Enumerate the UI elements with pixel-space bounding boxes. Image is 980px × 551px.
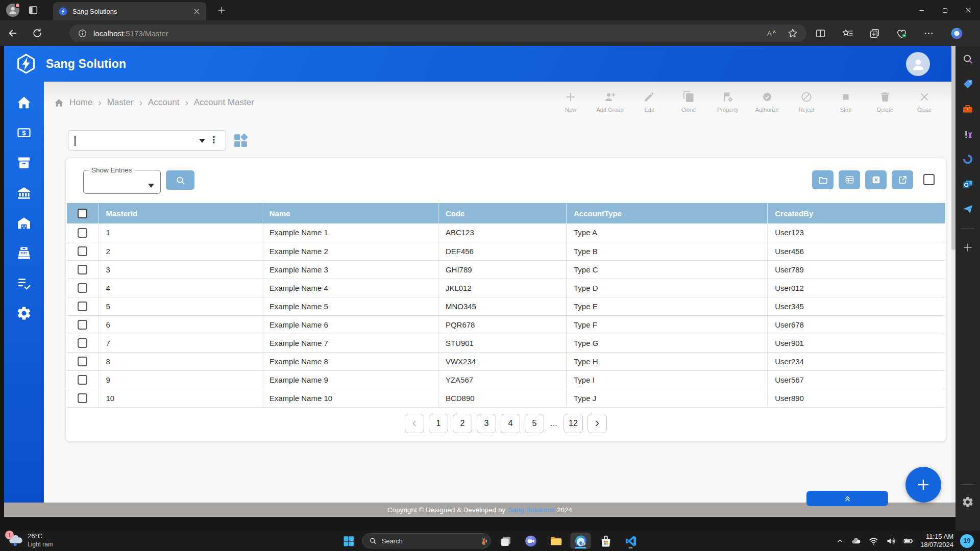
breadcrumb-item[interactable]: › Account Master xyxy=(185,97,254,108)
folder-export-button[interactable] xyxy=(812,170,834,189)
kebab-menu-icon[interactable]: ⋮ xyxy=(209,134,218,145)
minimize-button[interactable] xyxy=(910,0,933,20)
file-explorer-button[interactable] xyxy=(546,533,566,549)
new-button[interactable]: New xyxy=(558,91,583,113)
stop-button[interactable]: Stop xyxy=(833,91,859,113)
column-header[interactable]: Name xyxy=(262,203,438,223)
close-window-button[interactable] xyxy=(957,0,980,20)
sidebar-tools-icon[interactable] xyxy=(962,103,974,115)
excel-export-button[interactable] xyxy=(865,170,887,189)
header-checkbox[interactable] xyxy=(78,209,87,218)
chat-app-button[interactable] xyxy=(521,533,541,549)
volume-icon[interactable] xyxy=(886,536,896,546)
sidebar-games-icon[interactable] xyxy=(962,128,974,140)
nav-approvals[interactable] xyxy=(16,276,32,291)
url-bar[interactable]: localhost:5173/Master A xyxy=(69,24,806,42)
sidebar-drop-icon[interactable] xyxy=(962,203,974,215)
grid-view-icon[interactable] xyxy=(232,132,249,149)
page-button[interactable]: 12 xyxy=(564,414,583,433)
nav-pos[interactable] xyxy=(16,245,32,261)
edge-browser-button[interactable] xyxy=(571,533,591,549)
tab-close-icon[interactable] xyxy=(192,7,201,16)
page-button[interactable]: 2 xyxy=(453,414,472,433)
chevron-down-icon[interactable] xyxy=(199,139,205,143)
next-page-button[interactable] xyxy=(587,414,607,433)
show-entries-select[interactable]: Show Entries xyxy=(83,166,161,194)
column-header[interactable]: AccountType xyxy=(567,203,768,223)
notification-count-badge[interactable]: 19 xyxy=(960,534,974,548)
maximize-button[interactable] xyxy=(933,0,957,20)
copilot-button[interactable] xyxy=(950,27,964,40)
browser-profile-avatar[interactable] xyxy=(6,4,19,17)
onedrive-icon[interactable] xyxy=(851,536,862,546)
column-header[interactable]: CreatedBy xyxy=(768,203,945,223)
microsoft-store-button[interactable] xyxy=(596,533,616,549)
nav-bank[interactable] xyxy=(16,185,32,201)
footer-link[interactable]: Sang Solutions xyxy=(508,506,554,514)
collections-button[interactable] xyxy=(869,28,880,39)
split-screen-button[interactable] xyxy=(815,28,826,39)
row-checkbox[interactable] xyxy=(78,375,87,385)
row-checkbox[interactable] xyxy=(78,265,87,274)
site-info-icon[interactable] xyxy=(78,29,87,38)
table-row[interactable]: 9 Example Name 9 YZA567 Type I User567 xyxy=(67,370,945,389)
previous-page-button[interactable] xyxy=(405,414,424,433)
sidebar-search-icon[interactable] xyxy=(962,53,974,65)
sidebar-outlook-icon[interactable] xyxy=(962,178,974,190)
task-view-button[interactable] xyxy=(496,533,516,549)
table-row[interactable]: 2 Example Name 2 DEF456 Type B User456 xyxy=(67,242,945,260)
nav-billing[interactable]: $ xyxy=(16,125,32,140)
tray-chevron-up-icon[interactable] xyxy=(836,537,844,545)
row-checkbox[interactable] xyxy=(78,393,87,403)
nav-warehouse[interactable] xyxy=(16,215,32,231)
refresh-button[interactable] xyxy=(32,28,43,39)
column-header[interactable]: Code xyxy=(438,203,566,223)
settings-more-button[interactable] xyxy=(923,28,935,39)
table-row[interactable]: 10 Example Name 10 BCD890 Type J User890 xyxy=(67,389,945,407)
row-checkbox[interactable] xyxy=(78,302,87,311)
nav-inventory[interactable] xyxy=(16,155,32,170)
read-aloud-button[interactable]: A xyxy=(766,28,777,39)
delete-button[interactable]: Delete xyxy=(872,91,898,113)
column-header[interactable]: MasterId xyxy=(99,203,262,223)
sidebar-shopping-icon[interactable] xyxy=(962,78,974,90)
page-button[interactable]: 1 xyxy=(429,414,448,433)
table-row[interactable]: 4 Example Name 4 JKL012 Type D User012 xyxy=(67,279,945,297)
nav-home[interactable] xyxy=(16,95,32,110)
row-checkbox[interactable] xyxy=(78,357,87,366)
authorize-button[interactable]: Authorize xyxy=(754,91,780,113)
reject-button[interactable]: Reject xyxy=(794,91,819,113)
row-checkbox[interactable] xyxy=(78,283,87,293)
new-tab-button[interactable] xyxy=(216,5,227,15)
sidebar-add-icon[interactable] xyxy=(962,241,974,254)
row-checkbox[interactable] xyxy=(78,228,87,238)
property-button[interactable]: Property xyxy=(715,91,741,113)
edit-button[interactable]: Edit xyxy=(636,91,662,113)
taskbar-search-box[interactable]: Search xyxy=(362,533,491,548)
table-row[interactable]: 6 Example Name 6 PQR678 Type F User678 xyxy=(67,315,945,334)
add-record-fab[interactable] xyxy=(905,467,941,503)
table-row[interactable]: 5 Example Name 5 MNO345 Type E User345 xyxy=(67,297,945,315)
scrollbar-thumb[interactable] xyxy=(951,46,955,250)
master-search-combobox[interactable]: ⋮ xyxy=(68,130,226,151)
favorites-button[interactable] xyxy=(842,28,853,39)
page-button[interactable]: ... xyxy=(549,414,559,433)
scroll-to-top-button[interactable] xyxy=(806,491,888,506)
row-checkbox[interactable] xyxy=(78,246,87,256)
page-button[interactable]: 5 xyxy=(525,414,544,433)
taskbar-clock[interactable]: 11:15 AM 18/07/2024 xyxy=(920,533,953,549)
row-checkbox[interactable] xyxy=(78,338,87,348)
tab-workspaces-icon[interactable] xyxy=(28,5,39,16)
add-favorite-button[interactable] xyxy=(787,28,798,39)
breadcrumb-item[interactable]: › Master xyxy=(98,97,133,108)
sidebar-microsoft365-icon[interactable] xyxy=(962,153,974,165)
battery-icon[interactable] xyxy=(903,536,914,546)
table-row[interactable]: 1 Example Name 1 ABC123 Type A User123 xyxy=(67,223,945,242)
browser-tab[interactable]: Sang Solutions xyxy=(53,2,206,20)
page-scrollbar[interactable] xyxy=(951,46,955,517)
browser-essentials-button[interactable] xyxy=(896,28,908,39)
vscode-button[interactable] xyxy=(621,533,641,549)
breadcrumb-item[interactable]: › Account xyxy=(139,97,180,108)
start-button[interactable] xyxy=(339,533,358,549)
user-avatar-button[interactable] xyxy=(906,52,930,76)
